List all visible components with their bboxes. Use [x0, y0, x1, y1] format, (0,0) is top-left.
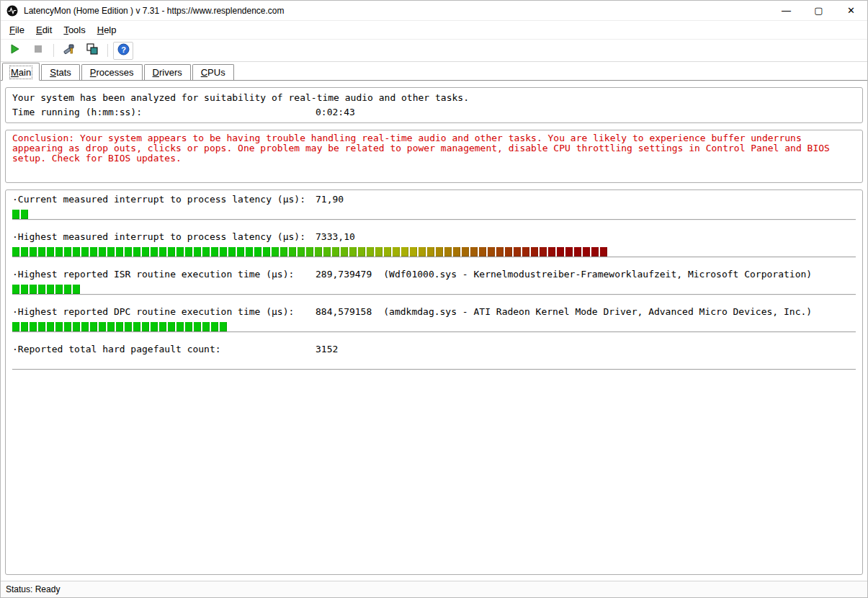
meter-segment — [151, 247, 158, 256]
meter-segment — [30, 285, 37, 294]
stop-button[interactable] — [28, 42, 48, 60]
meter-segment — [21, 285, 28, 294]
meter-segment — [574, 247, 581, 256]
meter-segment — [133, 322, 140, 331]
meter-segment — [159, 322, 166, 331]
play-icon — [9, 43, 21, 58]
meter-detail: (amdkmdag.sys - ATI Radeon Kernel Mode D… — [383, 306, 812, 318]
meter-segment — [64, 322, 71, 331]
window-title: LatencyMon (Home Edition ) v 7.31 - http… — [24, 6, 285, 16]
meter-segment — [297, 247, 305, 256]
meter-segment — [531, 247, 538, 256]
tab-bar: Main Stats Processes Drivers CPUs — [1, 62, 867, 81]
meter-bar — [12, 210, 856, 219]
minimize-button[interactable]: — — [770, 1, 802, 20]
meter-segment — [410, 247, 417, 256]
meter-segment — [401, 247, 408, 256]
status-bar: Status: Ready — [1, 581, 867, 597]
meter-label-line: ·Current measured interrupt to process l… — [12, 194, 856, 205]
start-button[interactable] — [5, 42, 25, 60]
meters-box: ·Current measured interrupt to process l… — [5, 189, 863, 575]
meter-bar — [12, 247, 856, 256]
meter-segment — [237, 247, 244, 256]
meter-segment — [38, 285, 45, 294]
meter-segment — [81, 322, 89, 331]
meter-segment — [436, 247, 443, 256]
tab-stats[interactable]: Stats — [41, 64, 80, 80]
app-icon — [6, 5, 18, 17]
meter-segment — [246, 247, 253, 256]
meter-segment — [427, 247, 434, 256]
meter-segment — [21, 210, 28, 219]
menu-tools[interactable]: Tools — [58, 22, 91, 37]
meter-segment — [228, 247, 236, 256]
meter-segment — [30, 322, 37, 331]
latencymon-window: LatencyMon (Home Edition ) v 7.31 - http… — [0, 0, 868, 598]
meter-segment — [453, 247, 460, 256]
meter-segment — [263, 247, 270, 256]
meter-segment — [323, 247, 331, 256]
meter-track-groove — [12, 256, 856, 258]
tab-main[interactable]: Main — [2, 63, 40, 81]
meter-segment — [47, 285, 54, 294]
meter-value: 3152 — [316, 344, 338, 355]
maximize-button[interactable]: ▢ — [802, 1, 835, 20]
meter-segment — [168, 322, 175, 331]
meter-segment — [159, 247, 166, 256]
stop-icon — [32, 43, 44, 58]
meter-segment — [99, 322, 106, 331]
tab-drivers[interactable]: Drivers — [144, 64, 191, 80]
help-button[interactable]: ? — [113, 42, 133, 60]
menu-file[interactable]: File — [4, 22, 30, 37]
meter-segment — [38, 322, 45, 331]
help-icon: ? — [117, 43, 130, 58]
meter-segment — [367, 247, 374, 256]
meter-segment — [125, 322, 132, 331]
meter-segment — [30, 247, 37, 256]
meter-label-line: ·Highest reported ISR routine execution … — [12, 269, 856, 280]
meter-segment — [341, 247, 348, 256]
meter-segment — [349, 247, 357, 256]
copy-report-button[interactable] — [82, 42, 102, 60]
tab-processes[interactable]: Processes — [81, 64, 143, 80]
meter-segment — [272, 247, 279, 256]
meter-label: ·Reported total hard pagefault count: — [12, 344, 316, 355]
menu-help[interactable]: Help — [91, 22, 122, 37]
meter-segment — [176, 322, 184, 331]
meter-detail: (Wdf01000.sys - Kernelmodustreiber-Frame… — [383, 269, 812, 280]
meter-label-line: ·Highest measured interrupt to process l… — [12, 231, 856, 243]
meter-segment — [176, 247, 184, 256]
meter-value: 71,90 — [316, 194, 344, 205]
meter-segment — [21, 322, 28, 331]
meter-bar — [12, 360, 856, 369]
meter-segment — [583, 247, 590, 256]
meter-label-line: ·Reported total hard pagefault count: 31… — [12, 344, 856, 355]
meter-segment — [332, 247, 339, 256]
meter-segment — [47, 247, 54, 256]
meter-segment — [90, 247, 97, 256]
meter-segment — [548, 247, 555, 256]
meter-segment — [280, 247, 287, 256]
meter-track-groove — [12, 219, 856, 220]
meter-segment — [133, 247, 140, 256]
meter-segment — [565, 247, 573, 256]
meter-segment — [220, 322, 227, 331]
tools-button[interactable] — [59, 42, 79, 60]
meter-segment — [125, 247, 132, 256]
meter-segment — [384, 247, 391, 256]
meter-segment — [194, 247, 201, 256]
window-controls: — ▢ ✕ — [770, 1, 867, 20]
tab-cpus[interactable]: CPUs — [192, 64, 234, 80]
svg-text:?: ? — [121, 45, 126, 53]
meter-track-groove — [12, 331, 856, 333]
meter-row: ·Highest measured interrupt to process l… — [12, 231, 856, 258]
close-button[interactable]: ✕ — [835, 1, 867, 20]
meter-segment — [168, 247, 175, 256]
meter-segment — [73, 285, 80, 294]
meter-segment — [393, 247, 400, 256]
menu-edit[interactable]: Edit — [30, 22, 58, 37]
meter-label: ·Current measured interrupt to process l… — [12, 194, 316, 205]
meter-segment — [73, 322, 80, 331]
meter-segment — [185, 322, 192, 331]
meter-row: ·Reported total hard pagefault count: 31… — [12, 344, 856, 370]
